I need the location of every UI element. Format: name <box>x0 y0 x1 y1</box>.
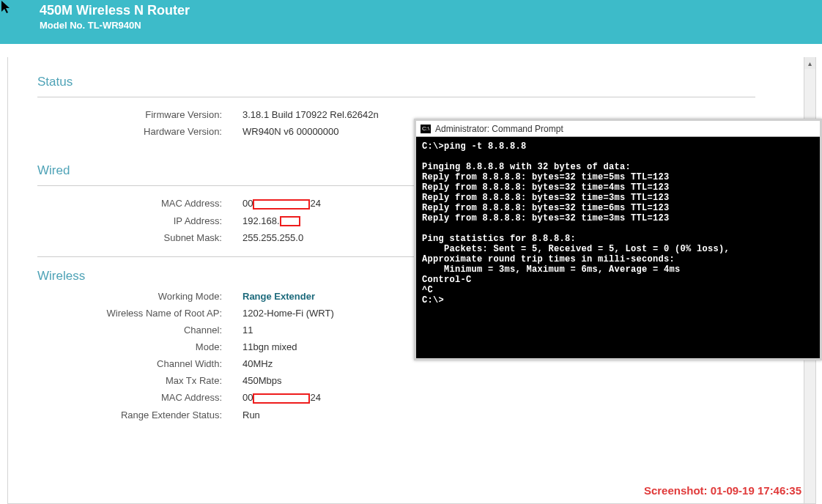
ext-status-label: Range Extender Status: <box>37 410 242 420</box>
cmd-line: Reply from 8.8.8.8: bytes=32 time=3ms TT… <box>422 193 670 203</box>
command-prompt-window[interactable]: C:\ Administrator: Command Prompt C:\>pi… <box>414 119 822 360</box>
wired-subnet-label: Subnet Mask: <box>37 232 242 243</box>
mac-suffix: 24 <box>310 392 320 403</box>
wired-ip-label: IP Address: <box>37 215 242 226</box>
firmware-value: 3.18.1 Build 170922 Rel.62642n <box>242 109 379 120</box>
hardware-label: Hardware Version: <box>37 126 242 137</box>
cwidth-label: Channel Width: <box>37 358 242 369</box>
mac-prefix: 00 <box>242 198 253 209</box>
model-number: Model No. TL-WR940N <box>40 20 822 31</box>
status-heading: Status <box>37 75 755 89</box>
cmd-line: Approximate round trip times in milli-se… <box>422 254 675 264</box>
wired-subnet-value: 255.255.255.0 <box>242 232 303 243</box>
cmd-output[interactable]: C:\>ping -t 8.8.8.8 Pinging 8.8.8.8 with… <box>416 137 820 310</box>
working-mode-label: Working Mode: <box>37 291 242 302</box>
divider <box>37 97 755 97</box>
ext-status-value: Run <box>242 410 260 420</box>
cmd-line: Reply from 8.8.8.8: bytes=32 time=5ms TT… <box>422 172 670 182</box>
wireless-mac-row: MAC Address: 0024 <box>37 392 755 404</box>
ip-prefix: 192.168. <box>242 215 280 226</box>
wmode-label: Mode: <box>37 341 242 352</box>
cwidth-value: 40MHz <box>242 358 273 369</box>
root-ap-value: 1202-Home-Fi (WRT) <box>242 308 334 319</box>
scroll-up-arrow[interactable]: ▴ <box>804 57 815 69</box>
hardware-value: WR940N v6 00000000 <box>242 126 339 137</box>
working-mode-value: Range Extender <box>242 291 315 302</box>
cmd-titlebar[interactable]: C:\ Administrator: Command Prompt <box>416 121 820 137</box>
redaction-box <box>280 216 300 226</box>
header-gap <box>0 44 822 57</box>
wireless-mac-label: MAC Address: <box>37 392 242 403</box>
mac-prefix: 00 <box>242 392 253 403</box>
cmd-line: Packets: Sent = 5, Received = 5, Lost = … <box>422 244 730 254</box>
wmode-value: 11bgn mixed <box>242 341 297 352</box>
wired-mac-label: MAC Address: <box>37 198 242 209</box>
cmd-title: Administrator: Command Prompt <box>435 124 563 134</box>
wired-ip-value: 192.168. <box>242 215 300 227</box>
ext-status-row: Range Extender Status: Run <box>37 410 755 420</box>
txrate-row: Max Tx Rate: 450Mbps <box>37 375 755 386</box>
wireless-mac-value: 0024 <box>242 392 321 404</box>
cmd-line: ^C <box>422 285 433 295</box>
redaction-box <box>253 393 310 404</box>
divider <box>37 185 418 186</box>
cmd-line: Reply from 8.8.8.8: bytes=32 time=4ms TT… <box>422 182 670 193</box>
cmd-line: C:\> <box>422 295 444 305</box>
redaction-box <box>253 199 310 210</box>
txrate-label: Max Tx Rate: <box>37 375 242 386</box>
app-header: 450M Wireless N Router Model No. TL-WR94… <box>0 0 822 44</box>
cmd-icon: C:\ <box>421 125 431 133</box>
cmd-line: Reply from 8.8.8.8: bytes=32 time=6ms TT… <box>422 203 670 213</box>
divider <box>37 256 418 257</box>
cmd-line: Ping statistics for 8.8.8.8: <box>422 234 576 244</box>
mac-suffix: 24 <box>310 198 320 209</box>
firmware-label: Firmware Version: <box>37 109 242 120</box>
root-ap-label: Wireless Name of Root AP: <box>37 308 242 319</box>
channel-value: 11 <box>242 325 253 336</box>
cmd-line: Control-C <box>422 275 472 285</box>
product-title: 450M Wireless N Router <box>40 3 822 18</box>
txrate-value: 450Mbps <box>242 375 281 386</box>
cmd-line: Pinging 8.8.8.8 with 32 bytes of data: <box>422 162 631 172</box>
channel-label: Channel: <box>37 325 242 336</box>
mouse-cursor-icon <box>1 1 12 18</box>
wired-mac-value: 0024 <box>242 198 321 210</box>
cmd-line: Minimum = 3ms, Maximum = 6ms, Average = … <box>422 264 681 275</box>
cmd-line: C:\>ping -t 8.8.8.8 <box>422 141 527 152</box>
screenshot-timestamp: Screenshot: 01-09-19 17:46:35 <box>644 484 801 497</box>
cmd-line: Reply from 8.8.8.8: bytes=32 time=3ms TT… <box>422 213 670 223</box>
